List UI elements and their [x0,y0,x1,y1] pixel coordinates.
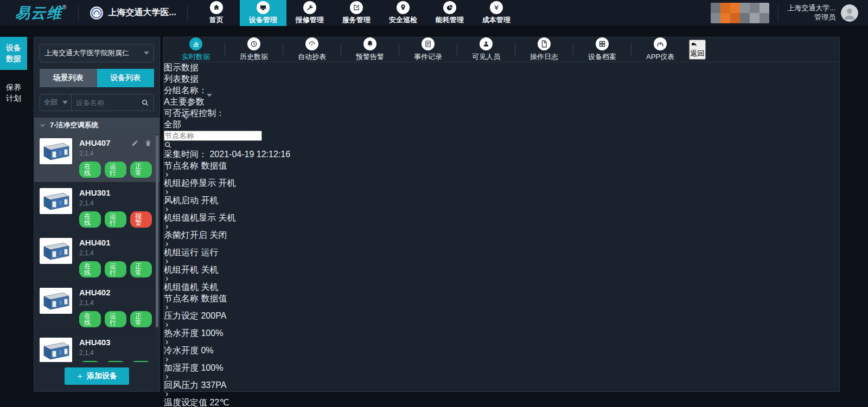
main-tab-8[interactable]: 设备档案 [573,37,631,62]
table-row[interactable]: 风机启动 开机 [164,189,839,206]
status-badge: 报警 [130,211,152,228]
main-tab-6[interactable]: 可见人员 [457,37,515,62]
main-panel: 实时数据 历史数据 自动抄表 预警告警 事件记录 可见人员 操作日志 设备档案 … [163,37,840,392]
table-row[interactable]: 机组值机 关机 [164,276,839,293]
main-tab-label: 设备档案 [588,52,616,62]
status-badge: 正常 [130,311,152,327]
table-row[interactable]: 机组值机显示 关机 [164,206,839,224]
back-icon [690,41,705,49]
hospital-select[interactable]: 上海交通大学医学院附属仁 [40,44,154,62]
chevron-right-icon [164,374,839,380]
topbar: 易云维 ® 上海交通大学医... 首页 设备管理 报修管理 服务管理 安全巡检 … [0,0,868,26]
main-tab-9[interactable]: APP仪表 [631,37,689,62]
main-tab-label: 自动抄表 [298,52,326,62]
rail-item-1[interactable]: 设备数据 [0,37,27,70]
table-row[interactable]: 加湿开度 100% [164,357,839,374]
group-filter-label: 分组名称： [164,86,207,95]
table-row[interactable]: 压力设定 200PA [164,305,839,322]
nav-item-1[interactable]: 首页 [193,0,240,26]
pin-icon [397,1,410,14]
main-tab-1[interactable]: 实时数据 [167,37,225,62]
device-thumbnail [40,288,72,314]
table-row[interactable]: 温度设定值 22℃ [164,391,839,407]
table-row[interactable]: 机组起停显示 开机 [164,172,839,189]
main-tab-7[interactable]: 操作日志 [515,37,573,62]
home-icon [210,1,223,14]
scrollbar-thumb[interactable] [156,135,158,327]
device-filter-select[interactable]: 全部 [40,94,72,111]
back-label: 返回 [690,49,705,57]
device-group-header[interactable]: 7-洁净空调系统 [34,118,159,133]
table-row[interactable]: 回风压力 337PA [164,374,839,391]
back-button[interactable]: 返回 [689,40,706,60]
status-badge: 运行 [105,361,126,362]
hospital-badge-icon [90,6,104,20]
meter-icon [305,37,318,50]
node-name: 机组起停显示 [164,178,216,188]
avatar[interactable] [841,4,858,22]
node-value: 100% [201,363,223,372]
layout: 设备数据保养计划 上海交通大学医学院附属仁 场景列表设备列表 全部 [0,26,868,407]
nav-item-7[interactable]: 成本管理 [473,0,520,26]
main-tab-5[interactable]: 事件记录 [399,37,457,62]
edit-icon[interactable] [131,139,139,147]
nav-label: 成本管理 [482,15,510,25]
rail-item-2[interactable]: 保养计划 [0,76,27,109]
chevron-right-icon [164,172,839,178]
device-thumbnail [40,188,72,214]
chevron-right-icon [164,259,839,264]
chevron-right-icon [164,189,839,195]
device-search-input[interactable] [76,99,141,107]
device-thumbnail [40,338,72,362]
device-item[interactable]: AHU407 2,1,4 在线运行正常 [34,133,159,183]
device-name: AHU403 [79,338,152,347]
status-badge: 运行 [105,211,126,228]
subtab-1[interactable]: 图示数据 [164,62,839,74]
device-item[interactable]: AHU402 2,1,4 在线运行正常 [34,282,159,332]
node-value: 开机 [218,178,235,188]
device-item[interactable]: AHU301 2,1,4 在线运行报警 [34,183,159,232]
nav-item-5[interactable]: 安全巡检 [380,0,426,26]
node-value: 关机 [218,213,235,222]
device-search-row: 全部 [40,94,154,111]
archive-icon [596,37,609,50]
table-row[interactable]: 热水开度 100% [164,322,839,339]
remote-filter-select[interactable]: 全部 [164,119,839,131]
main-tab-3[interactable]: 自动抄表 [283,37,341,62]
node-value: 运行 [201,248,218,257]
user-org: 上海交通大学... [787,4,835,13]
table-row[interactable]: 机组开机 关机 [164,259,839,276]
nav-label: 设备管理 [249,15,277,25]
delete-icon[interactable] [144,139,152,147]
nav-item-6[interactable]: 能耗管理 [426,0,473,26]
nav-item-2[interactable]: 设备管理 [240,0,286,26]
add-device-button[interactable]: 添加设备 [65,367,129,385]
chevron-down-icon [62,101,68,104]
list-tabs: 场景列表设备列表 [40,69,154,87]
main-tab-2[interactable]: 历史数据 [225,37,283,62]
search-icon[interactable] [164,141,839,149]
status-badge: 在线 [79,311,101,327]
nav-label: 能耗管理 [436,15,464,25]
node-search-input[interactable] [164,131,262,141]
device-item[interactable]: AHU401 2,1,4 在线运行正常 [34,232,159,282]
brand-logo: 易云维 ® [0,3,78,23]
divider [187,5,188,21]
device-item[interactable]: AHU403 2,1,4 在线运行正常 [34,332,159,362]
doc-icon [422,37,435,50]
table-row[interactable]: 冷水开度 0% [164,339,839,357]
edit-icon [350,1,363,14]
device-filter-value: 全部 [44,98,58,107]
table-row[interactable]: 杀菌灯开启 关闭 [164,224,839,241]
list-tab-1[interactable]: 场景列表 [40,69,97,87]
node-name: 热水开度 [164,328,199,338]
org-name: 上海交通大学医... [108,7,176,18]
table-row[interactable]: 机组运行 运行 [164,241,839,259]
nav-item-3[interactable]: 报修管理 [286,0,333,26]
list-tab-2[interactable]: 设备列表 [97,69,155,87]
search-icon[interactable] [141,99,149,107]
group-filter-select[interactable]: A主要参数 [164,96,839,108]
subtab-2[interactable]: 列表数据 [164,74,839,85]
main-tab-4[interactable]: 预警告警 [341,37,399,62]
nav-item-4[interactable]: 服务管理 [333,0,380,26]
